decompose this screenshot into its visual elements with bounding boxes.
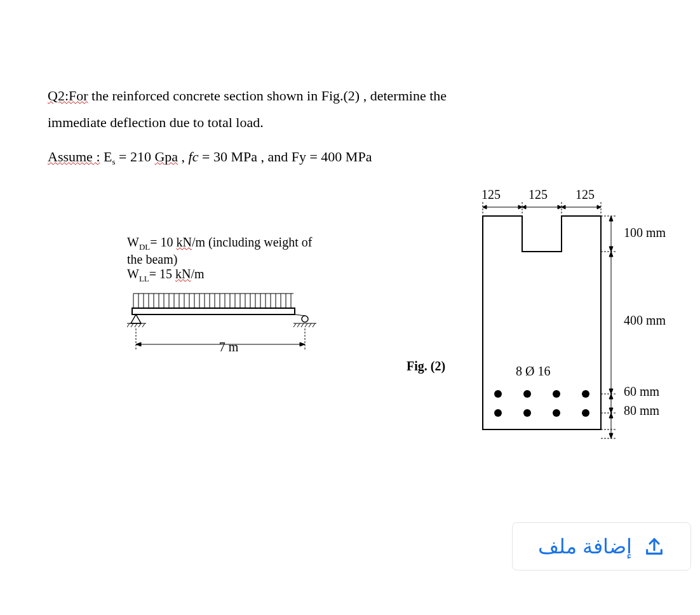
svg-point-69 [553,390,560,398]
svg-point-42 [302,316,308,322]
svg-marker-63 [522,205,526,209]
svg-line-41 [142,323,145,327]
dim-100: 100 mm [624,226,666,240]
svg-marker-65 [562,205,565,209]
svg-point-73 [553,409,560,417]
es-label: E [100,149,112,165]
figure-label: Fig. (2) [407,359,445,374]
q2-prefix: Q2:For [48,88,88,104]
svg-line-48 [305,323,307,327]
svg-marker-34 [131,314,141,323]
assume-label: Assume : [48,149,100,165]
add-file-label: إضافة ملف [538,534,632,558]
top-dimensions: 125 125 125 [479,187,597,202]
add-file-button[interactable]: إضافة ملف [512,522,691,571]
question-line-1: Q2:For the reinforced concrete section s… [48,83,569,109]
svg-rect-33 [132,308,295,314]
q2-rest1: the reinforced concrete section shown in… [88,88,447,104]
bars-label: 8 Ø 16 [516,364,550,379]
svg-point-70 [582,390,589,398]
svg-marker-92 [609,433,613,438]
svg-point-74 [582,409,589,417]
dim-125-1: 125 [481,187,501,202]
wdl-line: WDL= 10 kN/m (including weight of the be… [127,235,330,267]
svg-line-39 [135,323,137,327]
svg-line-37 [127,323,130,327]
question-line-3: Assume : Es = 210 Gpa , fc = 30 MPa , an… [48,144,569,170]
svg-marker-86 [609,394,613,399]
dim-125-2: 125 [528,187,548,202]
span-label: 7 m [127,340,330,355]
load-text: WDL= 10 kN/m (including weight of the be… [127,235,330,284]
fc-val: = 30 MPa [198,149,257,165]
wll-line: WLL= 15 kN/m [127,267,330,284]
dim-125-3: 125 [575,187,595,202]
svg-line-50 [313,323,315,327]
section-figure: 125 125 125 [479,187,682,447]
es-eq: = 210 [116,149,155,165]
question-line-2: immediate deflection due to total load. [48,109,569,136]
fc-comma: , [178,149,189,165]
svg-point-68 [523,390,531,398]
question-block: Q2:For the reinforced concrete section s… [48,83,569,170]
fy: , and Fy = 400 MPa [257,149,372,165]
svg-marker-66 [597,205,601,209]
svg-line-47 [301,323,304,327]
dim-80: 80 mm [624,403,659,418]
svg-line-43 [295,314,305,316]
beam-figure: WDL= 10 kN/m (including weight of the be… [127,235,330,377]
upload-icon [643,536,665,557]
svg-marker-91 [609,413,613,418]
svg-point-71 [494,409,502,417]
dim-400: 400 mm [624,313,666,328]
svg-marker-82 [609,252,613,257]
svg-marker-61 [483,205,487,209]
svg-marker-78 [609,216,613,221]
gpa: Gpa [154,149,178,165]
fc-sym: fc [189,149,199,165]
svg-point-67 [494,390,502,398]
svg-line-40 [138,323,141,327]
svg-line-45 [293,323,296,327]
svg-line-46 [297,323,300,327]
svg-line-49 [309,323,311,327]
dim-60: 60 mm [624,384,659,399]
svg-point-72 [523,409,531,417]
svg-line-38 [131,323,133,327]
